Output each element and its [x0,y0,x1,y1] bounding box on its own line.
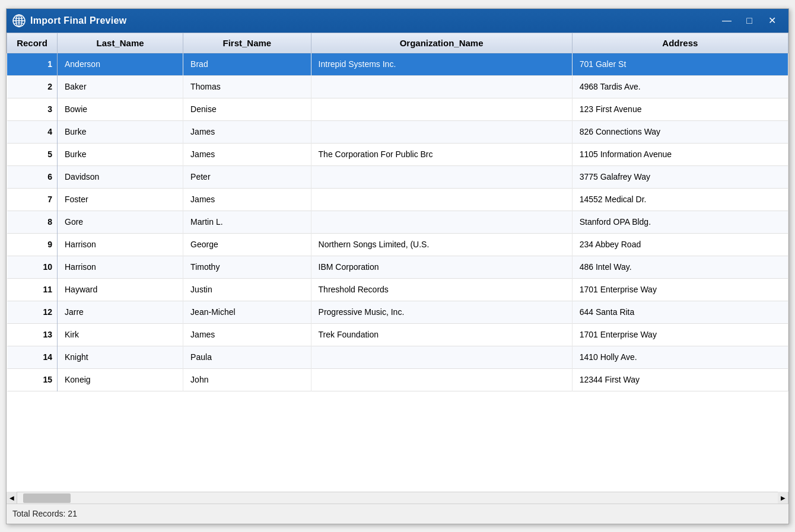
cell-address: 486 Intel Way. [572,256,788,278]
cell-last-name: Hayward [58,278,183,301]
cell-last-name: Knight [58,346,183,368]
cell-first-name: Timothy [183,256,311,278]
cell-last-name: Koneig [58,368,183,391]
cell-address: Stanford OPA Bldg. [572,211,788,233]
status-bar: Total Records: 21 [7,504,788,524]
table-row[interactable]: 3BowieDenise123 First Avenue [7,98,788,120]
scroll-thumb[interactable] [23,493,71,503]
cell-first-name: Denise [183,98,311,120]
cell-record: 6 [7,165,58,188]
col-header-first-name: First_Name [183,33,311,53]
cell-first-name: Jean-Michel [183,301,311,323]
cell-organization-name [311,98,572,120]
cell-record: 4 [7,120,58,143]
cell-organization-name: Progressive Music, Inc. [311,301,572,323]
cell-organization-name: IBM Corporation [311,256,572,278]
cell-address: 644 Santa Rita [572,301,788,323]
cell-record: 5 [7,143,58,165]
cell-first-name: Brad [183,53,311,75]
cell-address: 1701 Enterprise Way [572,278,788,301]
cell-first-name: James [183,323,311,346]
cell-first-name: James [183,120,311,143]
table-wrapper[interactable]: Record Last_Name First_Name Organization… [7,33,788,492]
cell-organization-name [311,368,572,391]
cell-last-name: Harrison [58,256,183,278]
minimize-button[interactable]: — [716,12,737,30]
cell-record: 7 [7,188,58,211]
table-row[interactable]: 10HarrisonTimothyIBM Corporation486 Inte… [7,256,788,278]
cell-address: 1410 Holly Ave. [572,346,788,368]
table-row[interactable]: 11HaywardJustinThreshold Records1701 Ent… [7,278,788,301]
window-controls: — □ ✕ [716,12,783,30]
cell-first-name: John [183,368,311,391]
cell-organization-name: Intrepid Systems Inc. [311,53,572,75]
cell-organization-name: The Corporation For Public Brc [311,143,572,165]
table-row[interactable]: 5BurkeJamesThe Corporation For Public Br… [7,143,788,165]
total-records-label: Total Records: 21 [12,509,77,518]
cell-organization-name [311,75,572,98]
cell-organization-name [311,165,572,188]
cell-organization-name [311,120,572,143]
cell-record: 13 [7,323,58,346]
cell-address: 1701 Enterprise Way [572,323,788,346]
cell-last-name: Baker [58,75,183,98]
cell-address: 123 First Avenue [572,98,788,120]
cell-record: 11 [7,278,58,301]
table-row[interactable]: 15KoneigJohn12344 First Way [7,368,788,391]
cell-organization-name [311,188,572,211]
scroll-left-button[interactable]: ◀ [7,492,17,504]
scroll-right-button[interactable]: ▶ [778,492,788,504]
cell-address: 826 Connections Way [572,120,788,143]
cell-organization-name [311,211,572,233]
cell-first-name: Paula [183,346,311,368]
horizontal-scrollbar[interactable]: ◀ ▶ [7,492,788,504]
window-title: Import Final Preview [30,15,711,26]
cell-record: 14 [7,346,58,368]
app-icon [12,14,26,27]
col-header-address: Address [572,33,788,53]
table-row[interactable]: 6DavidsonPeter3775 Galafrey Way [7,165,788,188]
cell-last-name: Jarre [58,301,183,323]
table-row[interactable]: 2BakerThomas4968 Tardis Ave. [7,75,788,98]
table-row[interactable]: 9HarrisonGeorgeNorthern Songs Limited, (… [7,233,788,256]
cell-last-name: Davidson [58,165,183,188]
cell-last-name: Foster [58,188,183,211]
table-row[interactable]: 13KirkJamesTrek Foundation1701 Enterpris… [7,323,788,346]
cell-first-name: James [183,143,311,165]
table-row[interactable]: 4BurkeJames826 Connections Way [7,120,788,143]
cell-last-name: Burke [58,143,183,165]
col-header-record: Record [7,33,58,53]
cell-last-name: Harrison [58,233,183,256]
close-button[interactable]: ✕ [761,12,783,30]
cell-record: 2 [7,75,58,98]
cell-record: 15 [7,368,58,391]
cell-address: 1105 Information Avenue [572,143,788,165]
cell-first-name: James [183,188,311,211]
cell-address: 234 Abbey Road [572,233,788,256]
table-row[interactable]: 14KnightPaula1410 Holly Ave. [7,346,788,368]
cell-first-name: Thomas [183,75,311,98]
cell-first-name: Justin [183,278,311,301]
cell-first-name: George [183,233,311,256]
main-window: Import Final Preview — □ ✕ Record Last_N… [6,8,789,524]
data-table: Record Last_Name First_Name Organization… [7,33,788,391]
table-row[interactable]: 1AndersonBradIntrepid Systems Inc.701 Ga… [7,53,788,75]
cell-record: 1 [7,53,58,75]
maximize-button[interactable]: □ [739,12,760,30]
title-bar: Import Final Preview — □ ✕ [7,9,788,33]
table-header-row: Record Last_Name First_Name Organization… [7,33,788,53]
table-row[interactable]: 12JarreJean-MichelProgressive Music, Inc… [7,301,788,323]
cell-record: 9 [7,233,58,256]
table-row[interactable]: 7FosterJames14552 Medical Dr. [7,188,788,211]
col-header-org-name: Organization_Name [311,33,572,53]
cell-last-name: Burke [58,120,183,143]
table-row[interactable]: 8GoreMartin L.Stanford OPA Bldg. [7,211,788,233]
cell-organization-name: Northern Songs Limited, (U.S. [311,233,572,256]
col-header-last-name: Last_Name [58,33,183,53]
cell-address: 3775 Galafrey Way [572,165,788,188]
content-area: Record Last_Name First_Name Organization… [7,33,788,524]
scroll-track [17,492,778,504]
cell-last-name: Kirk [58,323,183,346]
cell-first-name: Martin L. [183,211,311,233]
cell-last-name: Bowie [58,98,183,120]
